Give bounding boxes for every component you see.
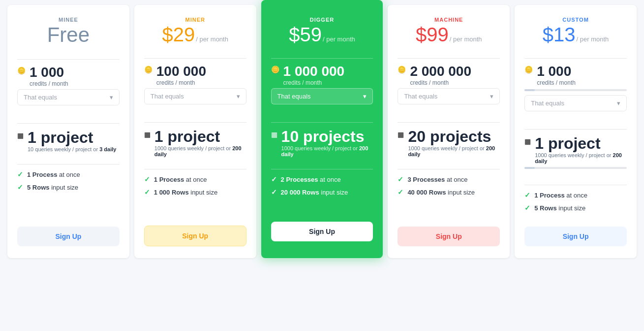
- divider-2: [398, 122, 500, 123]
- signup-button[interactable]: Sign Up: [398, 227, 500, 246]
- features-list: ✓ 1 Process at once ✓ 5 Rows input size: [524, 191, 627, 217]
- plan-price: $59: [289, 25, 322, 44]
- signup-button[interactable]: Sign Up: [144, 226, 246, 246]
- credits-label: credits / month: [283, 79, 345, 86]
- rows-label: 20 000 Rows input size: [281, 189, 348, 196]
- projects-number: 1 project: [154, 129, 246, 144]
- chevron-down-icon: ▾: [110, 94, 113, 101]
- projects-number: 1 project: [28, 130, 116, 145]
- projects-row: ▦ 1 project 1000 queries weekly / projec…: [524, 135, 627, 164]
- projects-number: 1 project: [535, 135, 627, 151]
- that-equals-label: That equals: [151, 93, 184, 100]
- projects-section: ▦ 10 projects 1000 queries weekly / proj…: [271, 129, 373, 157]
- projects-label: 1000 queries weekly / project or 200 dai…: [281, 145, 373, 157]
- projects-icon: ▦: [524, 137, 531, 145]
- feature-processes: ✓ 1 Process at once: [17, 170, 120, 178]
- per-month-label: / per month: [323, 35, 355, 43]
- features-list: ✓ 2 Processes at once ✓ 20 000 Rows inpu…: [271, 175, 373, 212]
- slider-track-projects: [524, 167, 627, 169]
- feature-rows: ✓ 1 000 Rows input size: [144, 188, 246, 196]
- divider-1: [17, 59, 120, 60]
- credits-icon: 🪙: [398, 66, 406, 73]
- credits-section: 🪙 1 000 credits / month That equals ▾: [17, 66, 120, 113]
- processes-label: 1 Process at once: [534, 192, 587, 199]
- feature-processes: ✓ 1 Process at once: [144, 175, 246, 183]
- projects-icon: ▦: [17, 132, 24, 139]
- projects-icon: ▦: [271, 131, 277, 138]
- credits-row: 🪙 100 000 credits / month: [144, 65, 246, 86]
- credits-icon: 🪙: [271, 66, 279, 73]
- signup-button[interactable]: Sign Up: [271, 222, 373, 241]
- divider-2: [524, 129, 627, 130]
- projects-section: ▦ 1 project 1000 queries weekly / projec…: [144, 129, 246, 157]
- divider-3: [398, 169, 500, 169]
- divider-3: [524, 185, 627, 185]
- credits-number: 1 000: [30, 66, 68, 79]
- slider-fill: [524, 89, 535, 91]
- plan-price-row: $59 / per month: [271, 25, 373, 44]
- chevron-down-icon: ▾: [363, 93, 367, 100]
- credits-section: 🪙 2 000 000 credits / month That equals …: [398, 65, 500, 112]
- signup-button[interactable]: Sign Up: [524, 227, 627, 246]
- check-icon-rows: ✓: [17, 183, 23, 191]
- credits-number: 100 000: [156, 65, 206, 78]
- features-list: ✓ 1 Process at once ✓ 5 Rows input size: [17, 170, 120, 217]
- processes-label: 1 Process at once: [154, 176, 207, 183]
- projects-number: 10 projects: [281, 129, 373, 144]
- signup-button[interactable]: Sign Up: [17, 227, 120, 246]
- divider-1: [398, 58, 500, 59]
- feature-processes: ✓ 2 Processes at once: [271, 175, 373, 183]
- credits-slider[interactable]: [524, 89, 627, 91]
- plan-card-digger: DIGGER $59 / per month 🪙 1 000 000 credi…: [261, 0, 383, 258]
- projects-label: 1000 queries weekly / project or 200 dai…: [535, 152, 627, 164]
- that-equals-dropdown[interactable]: That equals ▾: [271, 88, 373, 104]
- check-icon-rows: ✓: [144, 188, 150, 196]
- divider-2: [271, 122, 373, 123]
- per-month-label: / per month: [577, 35, 609, 43]
- plan-name: MACHINE: [398, 17, 500, 23]
- divider-3: [17, 164, 120, 165]
- rows-label: 5 Rows input size: [27, 184, 78, 191]
- feature-rows: ✓ 20 000 Rows input size: [271, 188, 373, 196]
- credits-section: 🪙 100 000 credits / month That equals ▾: [144, 65, 246, 112]
- plan-price-row: $29 / per month: [144, 25, 246, 44]
- feature-rows: ✓ 5 Rows input size: [17, 183, 120, 191]
- divider-3: [144, 169, 246, 169]
- chevron-down-icon: ▾: [617, 99, 620, 107]
- that-equals-label: That equals: [277, 93, 311, 100]
- projects-label: 1000 queries weekly / project or 200 dai…: [408, 145, 500, 157]
- credits-row: 🪙 1 000 credits / month: [524, 65, 627, 86]
- plan-price: $29: [162, 25, 195, 44]
- plan-card-machine: MACHINE $99 / per month 🪙 2 000 000 cred…: [388, 5, 510, 258]
- projects-slider[interactable]: [524, 167, 627, 169]
- plan-card-miner: MINER $29 / per month 🪙 100 000 credits …: [134, 5, 256, 258]
- that-equals-dropdown[interactable]: That equals ▾: [524, 95, 627, 111]
- projects-section: ▦ 1 project 1000 queries weekly / projec…: [524, 135, 627, 173]
- slider-track: [524, 89, 627, 91]
- divider-1: [271, 58, 373, 59]
- that-equals-dropdown[interactable]: That equals ▾: [398, 88, 500, 104]
- plan-name: MINEE: [17, 17, 120, 23]
- that-equals-dropdown[interactable]: That equals ▾: [144, 88, 246, 104]
- plan-name: MINER: [144, 17, 246, 23]
- plan-price: Free: [47, 25, 90, 45]
- projects-row: ▦ 1 project 10 queries weekly / project …: [17, 130, 120, 152]
- check-icon-processes: ✓: [144, 175, 150, 183]
- plan-name: CUSTOM: [524, 17, 627, 23]
- feature-rows: ✓ 5 Rows input size: [524, 204, 627, 212]
- per-month-label: / per month: [196, 35, 228, 43]
- rows-label: 1 000 Rows input size: [154, 189, 217, 196]
- that-equals-dropdown[interactable]: That equals ▾: [17, 89, 120, 105]
- check-icon-processes: ✓: [398, 175, 403, 183]
- credits-label: credits / month: [537, 79, 576, 86]
- credits-section: 🪙 1 000 000 credits / month That equals …: [271, 65, 373, 112]
- check-icon-rows: ✓: [524, 204, 530, 212]
- divider-1: [524, 58, 627, 59]
- plan-price: $99: [416, 25, 449, 44]
- plan-price-row: $13 / per month: [524, 25, 627, 44]
- that-equals-label: That equals: [531, 99, 564, 107]
- projects-icon: ▦: [398, 131, 404, 138]
- plan-price: $13: [543, 25, 576, 44]
- credits-number: 1 000 000: [283, 65, 345, 78]
- projects-row: ▦ 10 projects 1000 queries weekly / proj…: [271, 129, 373, 157]
